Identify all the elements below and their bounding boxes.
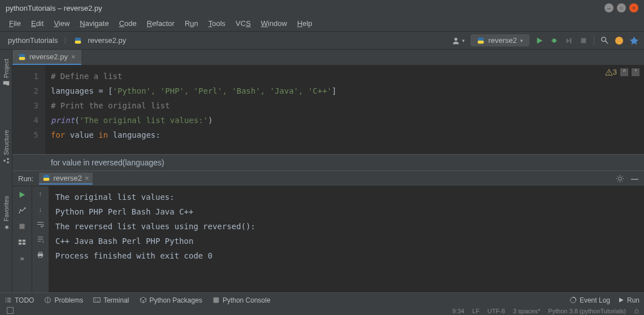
breadcrumb-file[interactable]: reverse2.py: [85, 35, 128, 46]
line-gutter[interactable]: 1 2 3 4 5: [12, 65, 45, 154]
window-minimize-button[interactable]: –: [604, 3, 613, 12]
indent-setting[interactable]: 3 spaces*: [513, 308, 540, 314]
run-label: Run:: [18, 174, 33, 183]
more-button[interactable]: »: [17, 253, 27, 263]
print-icon[interactable]: [36, 251, 45, 259]
file-encoding[interactable]: UTF-8: [488, 308, 505, 314]
project-tool-button[interactable]: Project: [3, 54, 10, 91]
window-close-button[interactable]: ×: [629, 3, 638, 12]
svg-line-9: [556, 38, 556, 39]
settings-icon[interactable]: [616, 174, 624, 183]
menu-code[interactable]: Code: [115, 18, 141, 29]
star-icon: ★: [2, 224, 10, 231]
completion-hint[interactable]: for value in reversed(languages): [12, 154, 644, 170]
run-toolbar-secondary: ↑ ↓: [32, 186, 49, 299]
svg-point-2: [455, 37, 458, 40]
line-separator[interactable]: LF: [472, 308, 480, 314]
menu-help[interactable]: Help: [293, 18, 317, 29]
search-icon[interactable]: [600, 36, 609, 45]
python-icon: [212, 296, 220, 304]
run-configuration-name: reverse2: [488, 36, 517, 45]
favorites-tool-button[interactable]: ★ Favorites: [2, 191, 10, 235]
python-icon: [42, 174, 50, 182]
python-interpreter[interactable]: Python 3.8 (pythonTutorials): [548, 308, 626, 314]
svg-rect-27: [23, 240, 25, 242]
svg-rect-4: [478, 41, 484, 43]
rerun-button[interactable]: [17, 190, 27, 200]
editor-tab-label: reverse2.py: [29, 53, 68, 61]
run-tab-reverse2[interactable]: reverse2 ×: [39, 173, 92, 185]
svg-rect-15: [7, 158, 8, 160]
editor-body[interactable]: 1 2 3 4 5 # Define a list languages = ['…: [12, 65, 644, 154]
run-with-coverage-button[interactable]: [564, 36, 573, 45]
down-arrow-icon[interactable]: ↓: [38, 205, 42, 213]
scroll-up-icon[interactable]: ^: [620, 68, 628, 76]
menu-vcs[interactable]: VCS: [231, 18, 255, 29]
event-log-button[interactable]: Event Log: [569, 296, 610, 304]
status-widget-icon[interactable]: [7, 307, 14, 314]
hide-panel-icon[interactable]: —: [631, 174, 638, 183]
svg-line-8: [552, 38, 553, 39]
run-settings-button[interactable]: [17, 205, 27, 216]
stop-button[interactable]: [17, 221, 27, 231]
menu-file[interactable]: File: [5, 18, 25, 29]
python-console-tool-button[interactable]: Python Console: [212, 296, 271, 304]
menu-window[interactable]: Window: [256, 18, 291, 29]
status-bar: 9:34 LF UTF-8 3 spaces* Python 3.8 (pyth…: [0, 307, 644, 315]
editor-pane: reverse2.py × 1 2 3 4 5 # Define a list …: [12, 50, 644, 170]
svg-point-35: [47, 301, 49, 303]
editor-tabs: reverse2.py ×: [12, 50, 644, 65]
problems-tool-button[interactable]: Problems: [44, 296, 83, 304]
svg-rect-1: [75, 41, 81, 43]
warning-indicator[interactable]: 3: [605, 68, 617, 76]
scroll-to-end-icon[interactable]: [36, 235, 45, 244]
scroll-down-icon[interactable]: ˅: [632, 68, 639, 76]
run-tool-button[interactable]: Run: [618, 296, 639, 304]
run-button[interactable]: [535, 36, 544, 45]
terminal-icon: [93, 296, 101, 304]
menu-tools[interactable]: Tools: [204, 18, 230, 29]
terminal-tool-button[interactable]: Terminal: [93, 296, 129, 304]
menu-refactor[interactable]: Refactor: [142, 18, 179, 29]
svg-rect-39: [635, 310, 638, 313]
user-account-button[interactable]: ▾: [451, 37, 465, 45]
svg-rect-26: [19, 240, 21, 242]
menu-view[interactable]: View: [49, 18, 74, 29]
code-area[interactable]: # Define a list languages = ['Python', '…: [45, 65, 644, 154]
breadcrumb-separator-icon: 〉: [63, 36, 71, 46]
layout-button[interactable]: [17, 237, 27, 247]
svg-point-5: [552, 38, 556, 42]
ide-updates-icon[interactable]: [615, 36, 624, 45]
structure-tool-button[interactable]: Structure: [3, 125, 10, 169]
run-configuration-selector[interactable]: reverse2 ▾: [471, 34, 529, 46]
menu-navigate[interactable]: Navigate: [75, 18, 113, 29]
svg-line-13: [605, 41, 608, 43]
menu-edit[interactable]: Edit: [27, 18, 48, 29]
python-packages-tool-button[interactable]: Python Packages: [140, 296, 202, 304]
toolbar-divider: [594, 36, 594, 46]
python-file-icon: [74, 37, 82, 45]
todo-tool-button[interactable]: TODO: [5, 296, 34, 304]
run-toolbar-left: »: [12, 186, 32, 299]
menu-run[interactable]: Run: [180, 18, 203, 29]
svg-point-12: [601, 37, 606, 42]
user-icon: [451, 37, 460, 45]
problems-icon: [44, 296, 51, 304]
debug-button[interactable]: [550, 36, 559, 45]
ide-features-icon[interactable]: [629, 36, 638, 45]
close-run-tab-icon[interactable]: ×: [85, 174, 89, 182]
svg-rect-28: [19, 243, 21, 245]
window-maximize-button[interactable]: ○: [617, 3, 626, 12]
breadcrumb-project[interactable]: pythonTutorials: [6, 35, 60, 46]
svg-point-20: [608, 73, 609, 74]
window-titlebar: pythonTutorials – reverse2.py – ○ ×: [0, 0, 644, 16]
run-tool-window: Run: reverse2 × — » ↑ ↓ The o: [12, 170, 644, 299]
caret-position[interactable]: 9:34: [452, 308, 464, 314]
soft-wrap-icon[interactable]: [36, 220, 45, 229]
editor-tab-reverse2[interactable]: reverse2.py ×: [12, 50, 81, 65]
close-tab-icon[interactable]: ×: [71, 53, 76, 61]
console-output[interactable]: The original list values: Python PHP Per…: [49, 186, 644, 299]
stop-button[interactable]: [579, 36, 588, 45]
lock-icon[interactable]: [634, 308, 639, 314]
up-arrow-icon[interactable]: ↑: [38, 190, 42, 198]
